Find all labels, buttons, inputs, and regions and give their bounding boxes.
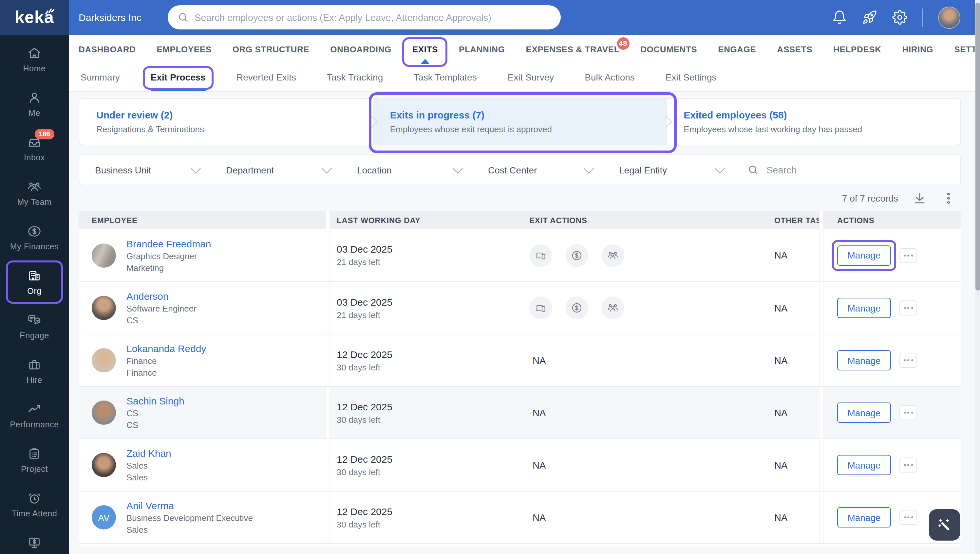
settings-gear-icon[interactable]	[892, 10, 907, 25]
row-more-options-button[interactable]	[899, 457, 917, 473]
records-bar: 7 of 7 records	[78, 185, 961, 212]
last-working-day-cell: 12 Dec 2025 30 days left	[330, 492, 524, 543]
filter-business-unit[interactable]: Business Unit	[79, 155, 210, 185]
global-search[interactable]	[168, 5, 561, 29]
nav-planning[interactable]: PLANNING	[459, 44, 505, 54]
sidebar-item-time-attend[interactable]: Time Attend	[0, 482, 69, 527]
deactivate-devices-icon[interactable]	[529, 296, 552, 319]
employee-name-link[interactable]: Sachin Singh	[126, 395, 184, 406]
deactivate-devices-icon[interactable]	[529, 244, 552, 267]
nav-employees[interactable]: EMPLOYEES	[156, 44, 211, 54]
sidebar-item-me[interactable]: Me	[0, 82, 69, 126]
employee-department: Marketing	[126, 263, 211, 272]
sidebar-item-performance[interactable]: Performance	[0, 393, 69, 438]
notifications-bell-icon[interactable]	[832, 10, 847, 25]
table-header: EMPLOYEE LAST WORKING DAY EXIT ACTIONS O…	[78, 212, 961, 229]
sidebar-item-hire[interactable]: Hire	[0, 349, 69, 393]
column-gap	[326, 229, 330, 282]
tab-exit-settings[interactable]: Exit Settings	[666, 72, 717, 91]
last-working-day-date: 12 Dec 2025	[337, 506, 393, 517]
tab-task-templates[interactable]: Task Templates	[414, 72, 477, 91]
keka-logo[interactable]: keka	[0, 0, 69, 35]
days-left: 21 days left	[337, 257, 380, 267]
stage-exits-in-progress[interactable]: Exits in progress (7) Employees whose ex…	[373, 99, 667, 145]
manage-button[interactable]: Manage	[837, 455, 891, 475]
rocket-icon[interactable]	[862, 10, 877, 25]
row-more-options-button[interactable]	[899, 300, 917, 315]
sidebar-item-my-finances[interactable]: My Finances	[0, 215, 69, 260]
filter-department[interactable]: Department	[210, 155, 341, 185]
nav-assets[interactable]: ASSETS	[777, 44, 812, 54]
table-search[interactable]	[734, 155, 960, 185]
settle-payments-dollar-icon[interactable]	[565, 244, 588, 267]
nav-dashboard[interactable]: DASHBOARD	[78, 44, 136, 54]
nav-onboarding[interactable]: ONBOARDING	[330, 44, 391, 54]
tab-exit-process[interactable]: Exit Process	[151, 72, 206, 91]
sidebar-item-home[interactable]: Home	[0, 37, 69, 82]
tab-reverted-exits[interactable]: Reverted Exits	[236, 72, 296, 91]
row-more-options-button[interactable]	[899, 353, 917, 368]
manage-button[interactable]: Manage	[837, 403, 891, 423]
tab-summary[interactable]: Summary	[81, 72, 120, 91]
ai-magic-wand-button[interactable]	[929, 509, 960, 541]
sidebar-item-org[interactable]: Org	[0, 260, 69, 304]
sidebar-item-my-team[interactable]: My Team	[0, 171, 69, 215]
employee-name-link[interactable]: Anderson	[126, 291, 196, 302]
global-search-input[interactable]	[195, 12, 551, 22]
table-row: Sachin Singh CS CS 12 Dec 2025 30 days l…	[78, 386, 961, 438]
tab-exit-survey[interactable]: Exit Survey	[508, 72, 554, 91]
filter-legal-entity[interactable]: Legal Entity	[603, 155, 734, 185]
nav-hiring[interactable]: HIRING	[902, 44, 934, 54]
filter-label: Department	[226, 165, 274, 175]
employee-name-link[interactable]: Lokananda Reddy	[126, 343, 206, 354]
nav-documents[interactable]: DOCUMENTS	[640, 44, 697, 54]
nav-expenses-travel[interactable]: EXPENSES & TRAVEL48	[526, 44, 620, 54]
settle-payments-dollar-icon[interactable]	[565, 296, 588, 319]
sidebar-item-engage[interactable]: Engage	[0, 304, 69, 349]
exit-actions-cell: NA	[524, 439, 770, 491]
column-gap	[819, 229, 824, 282]
last-working-day-cell: 03 Dec 2025 21 days left	[330, 229, 524, 282]
manage-button[interactable]: Manage	[837, 350, 891, 371]
manage-button[interactable]: Manage	[837, 507, 891, 527]
deactivate-accounts-people-icon[interactable]	[602, 244, 624, 267]
manage-button[interactable]: Manage	[837, 245, 891, 265]
scrollbar-thumb[interactable]	[975, 3, 980, 291]
exit-actions-cell: NA	[524, 334, 770, 386]
download-icon[interactable]	[913, 191, 927, 205]
employee-name-link[interactable]: Zaid Khan	[126, 447, 171, 459]
table-search-input[interactable]	[766, 165, 948, 175]
filter-label: Business Unit	[95, 165, 151, 175]
sidebar-item-inbox[interactable]: 186 Inbox	[0, 126, 69, 171]
chevron-down-icon	[584, 163, 594, 174]
filter-cost-center[interactable]: Cost Center	[472, 155, 603, 185]
stage-under-review[interactable]: Under review (2) Resignations & Terminat…	[79, 99, 373, 145]
column-gap	[326, 439, 330, 491]
row-more-options-button[interactable]	[899, 510, 917, 525]
employee-name-link[interactable]: Anil Verma	[126, 500, 253, 511]
employee-name-link[interactable]: Brandee Freedman	[126, 238, 211, 249]
nav-exits[interactable]: EXITS	[412, 44, 438, 54]
tab-task-tracking[interactable]: Task Tracking	[327, 72, 383, 91]
avatar	[92, 348, 116, 373]
column-header-other-tasks: OTHER TASKS	[770, 212, 819, 229]
stage-exited-employees[interactable]: Exited employees (58) Employees whose la…	[667, 99, 960, 145]
filter-location[interactable]: Location	[341, 155, 472, 185]
deactivate-accounts-people-icon[interactable]	[602, 296, 624, 319]
chevron-down-icon	[715, 163, 725, 174]
column-gap	[819, 387, 824, 438]
nav-helpdesk[interactable]: HELPDESK	[833, 44, 881, 54]
nav-org-structure[interactable]: ORG STRUCTURE	[233, 44, 310, 54]
nav-engage[interactable]: ENGAGE	[718, 44, 756, 54]
user-avatar[interactable]	[938, 6, 960, 29]
manage-button[interactable]: Manage	[837, 298, 891, 318]
row-more-options-button[interactable]	[899, 405, 917, 420]
sidebar-item-project[interactable]: Project	[0, 438, 69, 482]
sidebar-item-label: My Finances	[10, 242, 59, 251]
row-more-options-button[interactable]	[899, 248, 917, 263]
employee-cell: Brandee Freedman Graphics Designer Marke…	[78, 229, 326, 282]
sidebar-item-payroll[interactable]: Payroll	[0, 527, 69, 554]
page-scrollbar[interactable]	[975, 0, 980, 554]
tab-bulk-actions[interactable]: Bulk Actions	[585, 72, 635, 91]
more-options-kebab-icon[interactable]	[941, 191, 956, 205]
